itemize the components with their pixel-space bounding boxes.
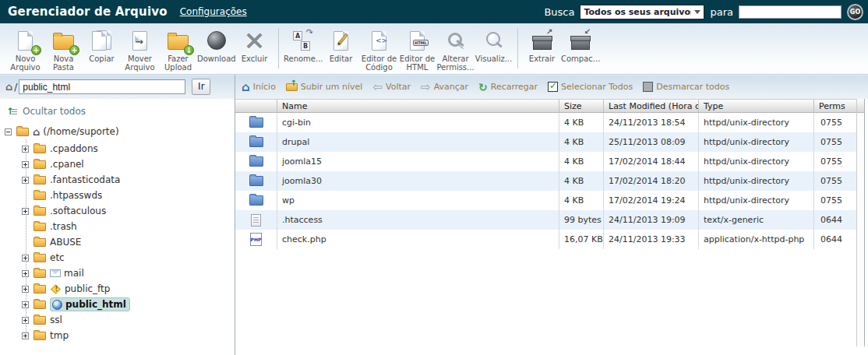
tree-item[interactable]: mail: [0, 265, 235, 281]
collapse-all-link[interactable]: Ocultar todos: [6, 106, 235, 117]
tree-item-label: public_ftp: [65, 283, 110, 294]
new-file-icon: [18, 31, 33, 51]
tree-item[interactable]: .fantasticodata: [0, 172, 235, 188]
nav-back[interactable]: Voltar: [372, 80, 411, 94]
tree-item[interactable]: .softaculous: [0, 203, 235, 219]
view-button[interactable]: Visualiz...: [475, 23, 513, 63]
column-header-type[interactable]: Type: [699, 100, 814, 112]
table-row[interactable]: joomla30 4 KB 17/02/2014 18:20 httpd/uni…: [235, 171, 864, 191]
tool-label: Copiar: [83, 54, 121, 63]
nav-forward[interactable]: Avançar: [421, 80, 468, 94]
file-name: cgi-bin: [277, 113, 559, 132]
expand-icon[interactable]: [22, 208, 29, 215]
tree-item[interactable]: .trash: [0, 219, 235, 234]
tree-item[interactable]: .cpaddons: [0, 141, 235, 156]
row-icon-cell: [235, 210, 277, 230]
go-path-button[interactable]: Ir: [192, 79, 210, 95]
column-header-size[interactable]: Size: [559, 100, 604, 112]
column-header-icon[interactable]: [235, 100, 277, 112]
tree-item[interactable]: .htpasswds: [0, 188, 235, 203]
expand-icon[interactable]: [22, 317, 29, 324]
move-file-button[interactable]: Mover Arquivo: [121, 23, 159, 72]
nav-unselect-all[interactable]: Desmarcar todos: [643, 82, 729, 92]
download-icon: [207, 31, 226, 50]
file-modified: 24/11/2013 19:09: [604, 210, 699, 230]
expand-icon[interactable]: [22, 332, 29, 339]
blue-folder-icon: [249, 195, 263, 206]
scrollbar[interactable]: [856, 99, 864, 346]
tree-item[interactable]: ABUSE: [0, 234, 235, 250]
rename-button[interactable]: AB Renome...: [284, 23, 322, 63]
tree-item-label: .fantasticodata: [50, 174, 120, 185]
expand-icon[interactable]: [22, 177, 29, 184]
path-input[interactable]: [19, 79, 185, 94]
file-type: application/x-httpd-php: [699, 230, 814, 249]
extract-button[interactable]: Extrair: [523, 23, 561, 63]
column-header-name[interactable]: Name: [277, 100, 559, 112]
tree-item-label: (/home/suporte): [43, 126, 118, 137]
file-name: check.php: [277, 230, 559, 249]
tree-item-label: ABUSE: [50, 237, 81, 248]
folder-icon: [34, 192, 46, 200]
go-button[interactable]: GO: [847, 4, 863, 20]
edit-button[interactable]: Editar: [322, 23, 360, 63]
search-input[interactable]: [739, 5, 842, 19]
tree-item-label: .cpanel: [50, 159, 84, 170]
nav-home[interactable]: Início: [242, 80, 276, 94]
expand-icon[interactable]: [22, 146, 29, 153]
tool-label: Nova Pasta: [44, 54, 83, 72]
expand-icon[interactable]: [22, 270, 29, 277]
text-file-icon: [251, 214, 261, 227]
file-perms: 0755: [814, 171, 857, 191]
tree-item[interactable]: public_ftp: [0, 281, 235, 297]
code-editor-button[interactable]: <> Editor de Código: [360, 23, 398, 72]
new-folder-button[interactable]: Nova Pasta: [44, 23, 83, 72]
table-row[interactable]: PHP check.php 16,07 KB 24/11/2013 19:33 …: [235, 230, 864, 249]
compress-button[interactable]: Compac...: [561, 23, 599, 63]
file-type: httpd/unix-directory: [699, 191, 814, 210]
html-editor-button[interactable]: HTML Editor de HTML: [398, 23, 436, 72]
expand-icon[interactable]: [22, 161, 29, 168]
file-size: 4 KB: [559, 191, 604, 210]
folder-icon: [34, 269, 46, 278]
table-row[interactable]: drupal 4 KB 25/11/2013 08:09 httpd/unix-…: [235, 132, 864, 152]
table-row[interactable]: joomla15 4 KB 17/02/2014 18:44 httpd/uni…: [235, 152, 864, 171]
delete-button[interactable]: Excluir: [235, 23, 273, 63]
list-nav-toolbar: Início Subir um nível Voltar Avançar Rec…: [242, 75, 729, 99]
file-size: 99 bytes: [559, 210, 604, 230]
collapse-all-label: Ocultar todos: [23, 106, 86, 117]
app-title: Gerenciador de Arquivo: [0, 5, 168, 19]
tree-item[interactable]: tmp: [0, 328, 235, 343]
tree-item[interactable]: ssl: [0, 312, 235, 328]
nav-label: Avançar: [434, 82, 468, 92]
search-scope-select[interactable]: Todos os seus arquivos: [580, 5, 704, 19]
new-file-button[interactable]: Novo Arquivo: [6, 23, 44, 72]
tree-item-selected[interactable]: public_html: [0, 297, 235, 312]
blue-folder-icon: [249, 156, 263, 167]
collapse-expander-icon[interactable]: [5, 128, 12, 135]
scrollbar-header-cap: [857, 99, 864, 113]
nav-reload[interactable]: Recarregar: [478, 81, 538, 93]
download-button[interactable]: Download: [197, 23, 235, 63]
nav-up-one-level[interactable]: Subir um nível: [286, 82, 363, 92]
blue-folder-icon: [249, 176, 263, 186]
settings-link[interactable]: Configurações: [180, 6, 247, 17]
column-header-perms[interactable]: Perms: [814, 100, 857, 112]
table-row[interactable]: cgi-bin 4 KB 24/11/2013 18:54 httpd/unix…: [235, 113, 864, 132]
table-row[interactable]: .htaccess 99 bytes 24/11/2013 19:09 text…: [235, 210, 864, 230]
permissions-button[interactable]: Alterar Permiss...: [436, 23, 475, 72]
expand-icon[interactable]: [22, 286, 29, 293]
column-header-modified[interactable]: Last Modified (Hora oficia: [604, 100, 699, 112]
copy-button[interactable]: Copiar: [83, 23, 121, 63]
file-perms: 0644: [814, 210, 857, 230]
html-editor-icon: HTML: [410, 31, 425, 51]
nav-select-all[interactable]: Selecionar Todos: [548, 82, 633, 92]
tree-item-root[interactable]: (/home/suporte): [0, 122, 235, 141]
tree-item[interactable]: .cpanel: [0, 156, 235, 172]
expand-icon[interactable]: [22, 255, 29, 262]
file-size: 4 KB: [559, 171, 604, 191]
expand-icon[interactable]: [22, 301, 29, 308]
tree-item[interactable]: etc: [0, 250, 235, 265]
table-row[interactable]: wp 4 KB 17/02/2014 19:24 httpd/unix-dire…: [235, 191, 864, 210]
upload-button[interactable]: Fazer Upload: [159, 23, 197, 72]
